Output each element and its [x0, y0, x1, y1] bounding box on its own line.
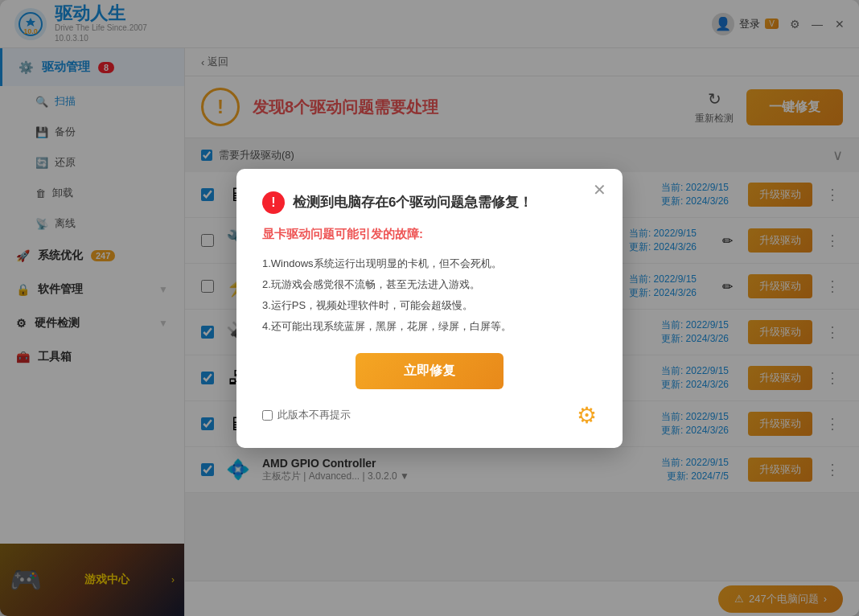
fix-now-button[interactable]: 立即修复: [356, 353, 503, 389]
dialog-btn-row: 立即修复: [262, 353, 597, 389]
dialog-footer: 此版本不再提示 ⚙: [262, 402, 597, 429]
dialog-item-1: 1.Windows系统运行出现明显的卡机，但不会死机。: [262, 253, 597, 274]
dialog-item-2: 2.玩游戏会感觉很不流畅，甚至无法进入游戏。: [262, 274, 597, 295]
no-remind-checkbox[interactable]: [262, 410, 273, 421]
dialog-subtitle: 显卡驱动问题可能引发的故障:: [262, 227, 597, 242]
dialog-item-4: 4.还可能出现系统蓝屏，黑屏，花屏，绿屏，白屏等。: [262, 316, 597, 337]
overlay: ! 检测到电脑存在6个驱动问题急需修复！ ✕ 显卡驱动问题可能引发的故障: 1.…: [0, 0, 859, 616]
gear-decorative-icon: ⚙: [577, 402, 597, 429]
no-remind-label: 此版本不再提示: [277, 408, 351, 422]
dialog-title: 检测到电脑存在6个驱动问题急需修复！: [293, 193, 532, 211]
alert-dialog: ! 检测到电脑存在6个驱动问题急需修复！ ✕ 显卡驱动问题可能引发的故障: 1.…: [236, 169, 623, 448]
dialog-title-row: ! 检测到电脑存在6个驱动问题急需修复！: [262, 191, 597, 214]
dialog-close-button[interactable]: ✕: [593, 182, 606, 198]
dialog-item-3: 3.运行PS，视频处理软件时，可能会超级慢。: [262, 295, 597, 316]
dialog-body: 1.Windows系统运行出现明显的卡机，但不会死机。 2.玩游戏会感觉很不流畅…: [262, 253, 597, 337]
dialog-error-icon: !: [262, 191, 285, 214]
no-remind-checkbox-label[interactable]: 此版本不再提示: [262, 408, 351, 422]
